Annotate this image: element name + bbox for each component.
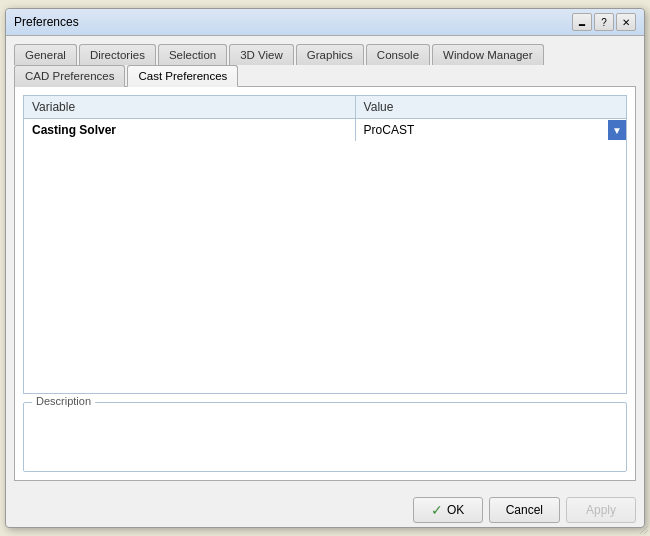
column-header-value: Value: [355, 96, 626, 119]
value-cell: ProCAST ▼: [355, 119, 626, 142]
apply-label: Apply: [586, 503, 616, 517]
ok-label: OK: [447, 503, 464, 517]
window-content: General Directories Selection 3D View Gr…: [6, 36, 644, 489]
title-bar-buttons: 🗕 ? ✕: [572, 13, 636, 31]
svg-line-1: [644, 530, 648, 534]
close-icon: ✕: [622, 17, 630, 28]
dropdown-arrow-icon[interactable]: ▼: [608, 120, 626, 140]
preferences-window: Preferences 🗕 ? ✕ General Directories Se…: [5, 8, 645, 528]
window-title: Preferences: [14, 15, 79, 29]
tab-panel-cast-preferences: Variable Value Casting Solver ProCAST ▼: [14, 86, 636, 481]
casting-solver-value: ProCAST: [356, 119, 608, 141]
minimize-button[interactable]: 🗕: [572, 13, 592, 31]
tab-cad-preferences[interactable]: CAD Preferences: [14, 65, 125, 87]
preferences-table: Variable Value Casting Solver ProCAST ▼: [24, 96, 626, 141]
table-row: Casting Solver ProCAST ▼: [24, 119, 626, 142]
tab-cast-preferences[interactable]: Cast Preferences: [127, 65, 238, 87]
button-bar: ✓ OK Cancel Apply: [6, 489, 644, 527]
ok-check-icon: ✓: [431, 502, 443, 518]
cancel-button[interactable]: Cancel: [489, 497, 560, 523]
svg-line-0: [640, 526, 648, 534]
help-button[interactable]: ?: [594, 13, 614, 31]
tab-selection[interactable]: Selection: [158, 44, 227, 65]
tab-3dview[interactable]: 3D View: [229, 44, 294, 65]
column-header-variable: Variable: [24, 96, 355, 119]
tab-graphics[interactable]: Graphics: [296, 44, 364, 65]
apply-button[interactable]: Apply: [566, 497, 636, 523]
casting-solver-dropdown[interactable]: ProCAST ▼: [356, 119, 626, 141]
tabs-container: General Directories Selection 3D View Gr…: [14, 44, 636, 87]
minimize-icon: 🗕: [577, 17, 587, 28]
resize-handle[interactable]: [636, 522, 648, 534]
tab-window-manager[interactable]: Window Manager: [432, 44, 543, 65]
tab-directories[interactable]: Directories: [79, 44, 156, 65]
tab-console[interactable]: Console: [366, 44, 430, 65]
description-label: Description: [32, 395, 95, 407]
cancel-label: Cancel: [506, 503, 543, 517]
description-group: Description: [23, 402, 627, 472]
help-icon: ?: [601, 17, 607, 28]
preferences-table-container: Variable Value Casting Solver ProCAST ▼: [23, 95, 627, 394]
ok-button[interactable]: ✓ OK: [413, 497, 483, 523]
tab-general[interactable]: General: [14, 44, 77, 65]
variable-cell: Casting Solver: [24, 119, 355, 142]
title-bar: Preferences 🗕 ? ✕: [6, 9, 644, 36]
close-button[interactable]: ✕: [616, 13, 636, 31]
